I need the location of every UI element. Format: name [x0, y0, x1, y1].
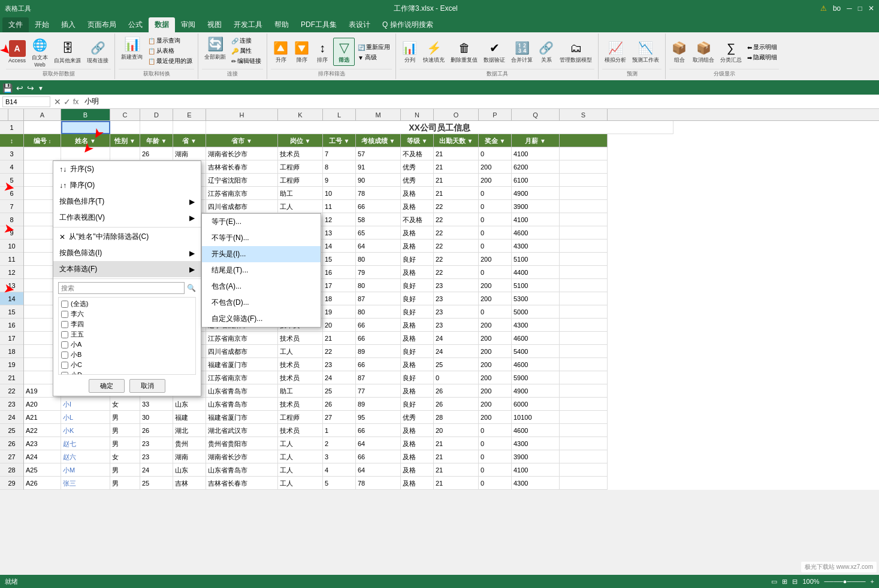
sort-color-item[interactable]: 按颜色排序(T)▶ — [53, 193, 201, 210]
cell[interactable]: 及格 — [401, 358, 434, 371]
cell[interactable]: 25 — [140, 477, 173, 490]
cell[interactable]: 77 — [356, 384, 401, 398]
filter-search-input[interactable] — [58, 282, 185, 294]
cell[interactable]: 0 — [479, 463, 512, 477]
cell[interactable]: 21 — [434, 187, 479, 200]
cell[interactable] — [24, 147, 61, 160]
cell[interactable]: 200 — [479, 332, 512, 345]
cell[interactable]: 22 — [434, 240, 479, 253]
cell[interactable]: 男 — [110, 437, 140, 450]
cell[interactable]: 及格 — [401, 240, 434, 253]
cell[interactable]: 22 — [323, 345, 356, 358]
cell[interactable]: 66 — [356, 332, 401, 345]
cell[interactable]: 及格 — [401, 477, 434, 490]
subtotal-button[interactable]: ∑ 分类汇总 — [718, 38, 744, 65]
cell[interactable] — [560, 450, 608, 463]
cell[interactable]: 及格 — [401, 332, 434, 345]
cell[interactable]: 山东 — [173, 398, 206, 411]
cell[interactable]: 山东 — [173, 463, 206, 477]
cell[interactable]: 7 — [323, 147, 356, 160]
contains-item[interactable]: 包含(A)... — [202, 278, 321, 295]
group-button[interactable]: 📦 组合 — [669, 38, 689, 65]
what-if-button[interactable]: 📈 模拟分析 — [602, 38, 629, 65]
cell[interactable]: 吉林 — [173, 477, 206, 490]
cell[interactable]: 福建省厦门市 — [206, 358, 278, 371]
tab-formula[interactable]: 公式 — [122, 17, 149, 32]
cell[interactable]: 0 — [479, 450, 512, 463]
zoom-plus[interactable]: + — [871, 578, 874, 585]
cell[interactable]: 23 — [140, 450, 173, 463]
confirm-formula-icon[interactable]: ✓ — [64, 97, 71, 107]
cell[interactable]: 男 — [110, 477, 140, 490]
cell[interactable]: 0 — [479, 200, 512, 213]
cell[interactable] — [110, 147, 140, 160]
cell[interactable]: 6100 — [512, 174, 560, 187]
cell[interactable]: 25 — [434, 358, 479, 371]
col-header-p[interactable]: P — [479, 109, 512, 120]
tab-table-design[interactable]: 表设计 — [343, 17, 376, 32]
cell[interactable]: 男 — [110, 463, 140, 477]
save-qa-button[interactable]: 💾 — [2, 83, 13, 93]
cell[interactable]: 良好 — [401, 253, 434, 266]
cell[interactable]: 4100 — [512, 463, 560, 477]
cell[interactable] — [560, 279, 608, 292]
cell[interactable]: 及格 — [401, 463, 434, 477]
cell[interactable]: 技术员 — [278, 424, 323, 437]
col-header-n[interactable]: N — [401, 109, 434, 120]
cell[interactable]: 工人 — [278, 345, 323, 358]
begins-with-item[interactable]: 开头是(I)... — [202, 246, 321, 262]
cell[interactable]: 0 — [479, 226, 512, 240]
cell[interactable]: 24 — [140, 463, 173, 477]
cell[interactable]: 张三 — [61, 477, 110, 490]
header-gender[interactable]: 性别 ▼ — [110, 134, 140, 147]
cell[interactable]: 小I — [61, 398, 110, 411]
cell[interactable]: 200 — [479, 253, 512, 266]
cell[interactable]: 200 — [479, 319, 512, 332]
cell[interactable]: 四川省成都市 — [206, 200, 278, 213]
zoom-slider[interactable]: ────●──── — [824, 578, 866, 585]
cell[interactable]: 89 — [356, 345, 401, 358]
cell[interactable] — [560, 174, 608, 187]
cell[interactable]: 22 — [434, 200, 479, 213]
cell[interactable]: 4600 — [512, 358, 560, 371]
cell[interactable]: A20 — [24, 398, 61, 411]
flash-fill-button[interactable]: ⚡ 快速填充 — [421, 38, 447, 65]
cell[interactable]: 19 — [323, 305, 356, 319]
tab-help[interactable]: 帮助 — [268, 17, 295, 32]
cell[interactable]: 良好 — [401, 345, 434, 358]
cell[interactable] — [560, 371, 608, 384]
cell[interactable]: 工人 — [278, 437, 323, 450]
tab-page-layout[interactable]: 页面布局 — [81, 17, 122, 32]
cell[interactable]: 0 — [479, 477, 512, 490]
cell[interactable]: 10100 — [512, 411, 560, 424]
cell[interactable]: 22 — [434, 253, 479, 266]
col-header-c[interactable]: C — [110, 109, 140, 120]
header-province[interactable]: 省 ▼ — [173, 134, 206, 147]
properties-button[interactable]: 🔑属性 — [229, 46, 263, 56]
cell[interactable]: 4300 — [512, 319, 560, 332]
row-num-3[interactable]: 3 — [0, 147, 23, 160]
col-header-q[interactable]: Q — [512, 109, 560, 120]
existing-connection-button[interactable]: 🔗 现有连接 — [84, 38, 111, 66]
cell[interactable]: 0 — [479, 305, 512, 319]
cell[interactable]: 89 — [356, 398, 401, 411]
cell[interactable]: 200 — [479, 411, 512, 424]
row-num-16[interactable]: 16 — [0, 319, 23, 332]
cell[interactable]: 山东省青岛市 — [206, 398, 278, 411]
cell[interactable]: 江苏省南京市 — [206, 187, 278, 200]
cell[interactable]: 2 — [323, 437, 356, 450]
header-salary[interactable]: 月薪 ▼ — [512, 134, 560, 147]
row-num-17[interactable]: 17 — [0, 332, 23, 345]
row-num-23[interactable]: 23 — [0, 398, 23, 411]
equals-item[interactable]: 等于(E)... — [202, 214, 321, 230]
row-num-1[interactable]: 1 — [0, 121, 23, 134]
cell[interactable]: 87 — [356, 371, 401, 384]
cell[interactable]: 良好 — [401, 371, 434, 384]
cell[interactable]: 65 — [356, 226, 401, 240]
cell[interactable]: 不及格 — [401, 147, 434, 160]
cell[interactable] — [560, 147, 608, 160]
cell[interactable] — [560, 213, 608, 226]
cell[interactable]: 21 — [323, 332, 356, 345]
cell[interactable]: 22 — [434, 266, 479, 279]
header-attendance[interactable]: 出勤天数 ▼ — [434, 134, 479, 147]
